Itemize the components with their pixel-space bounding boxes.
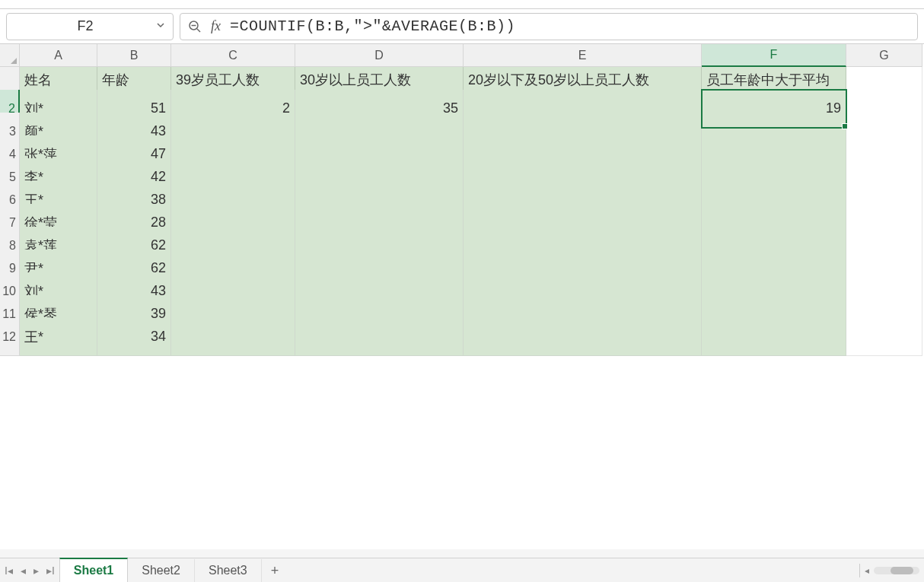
scroll-track[interactable] — [874, 567, 919, 574]
cell-F2[interactable]: 19 — [702, 90, 846, 128]
formula-text: =COUNTIF(B:B,">"&AVERAGE(B:B)) — [230, 17, 515, 35]
zoom-out-icon[interactable] — [188, 20, 202, 33]
column-header-B[interactable]: B — [97, 44, 171, 67]
spreadsheet-area[interactable]: ABCDEFG1姓名年龄39岁员工人数30岁以上员工人数20岁以下及50岁以上员… — [0, 44, 924, 549]
cell-G12[interactable] — [846, 318, 922, 356]
header-label: 39岁员工人数 — [176, 72, 260, 89]
name-box[interactable]: F2 — [6, 13, 174, 40]
formula-input-area[interactable]: fx =COUNTIF(B:B,">"&AVERAGE(B:B)) — [180, 13, 918, 40]
scroll-left-icon[interactable]: ◂ — [865, 565, 869, 576]
column-header-E[interactable]: E — [464, 44, 702, 67]
sheet-tab-Sheet3[interactable]: Sheet3 — [195, 559, 262, 582]
header-label: 年龄 — [102, 72, 129, 89]
column-header-A[interactable]: A — [20, 44, 97, 67]
header-label: 姓名 — [24, 72, 52, 89]
svg-line-2 — [197, 29, 200, 32]
fx-icon[interactable]: fx — [211, 18, 221, 34]
row-header-12[interactable]: 12 — [0, 318, 20, 356]
column-header-F[interactable]: F — [702, 44, 846, 67]
cell-D12[interactable] — [295, 318, 464, 356]
cell-B12[interactable]: 34 — [97, 318, 171, 356]
tab-nav-prev-icon[interactable]: ◂ — [21, 565, 26, 577]
cell-E12[interactable] — [464, 318, 702, 356]
tab-nav-controls: I◂ ◂ ▸ ▸I — [0, 558, 59, 582]
column-header-D[interactable]: D — [295, 44, 464, 67]
scroll-separator — [859, 564, 860, 577]
formula-bar: F2 fx =COUNTIF(B:B,">"&AVERAGE(B:B)) — [0, 9, 924, 44]
tab-nav-next-icon[interactable]: ▸ — [33, 565, 39, 577]
header-label: 30岁以上员工人数 — [300, 72, 411, 89]
select-all-corner[interactable] — [0, 44, 20, 67]
tab-nav-last-icon[interactable]: ▸I — [46, 565, 55, 577]
name-box-dropdown-icon[interactable] — [156, 21, 165, 32]
sheet-tab-Sheet1[interactable]: Sheet1 — [59, 558, 128, 582]
sheet-tab-bar: I◂ ◂ ▸ ▸I Sheet1Sheet2Sheet3 + ◂ — [0, 558, 924, 582]
column-header-G[interactable]: G — [846, 44, 922, 67]
tab-nav-first-icon[interactable]: I◂ — [5, 565, 13, 577]
cell-C12[interactable] — [171, 318, 295, 356]
cell-F12[interactable] — [702, 318, 846, 356]
sheet-tab-Sheet2[interactable]: Sheet2 — [128, 559, 195, 582]
cell-reference: F2 — [14, 18, 156, 34]
scroll-thumb[interactable] — [891, 567, 913, 574]
header-label: 20岁以下及50岁以上员工人数 — [468, 72, 649, 89]
horizontal-scroll: ◂ — [859, 564, 919, 577]
add-sheet-button[interactable]: + — [262, 558, 288, 582]
ruler-strip — [0, 0, 924, 9]
cell-A12[interactable]: 王* — [20, 318, 97, 356]
column-header-C[interactable]: C — [171, 44, 295, 67]
